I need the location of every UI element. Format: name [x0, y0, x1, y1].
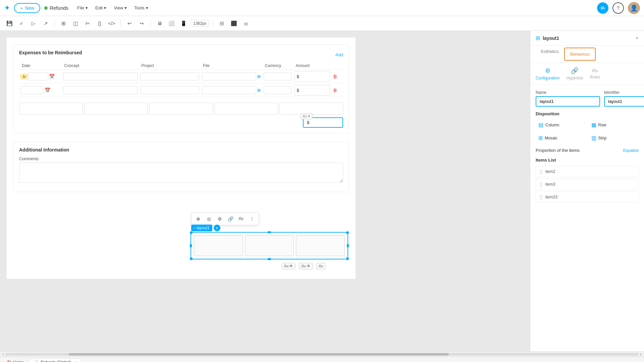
- sub-tabs: ⚙ Configuration 🔗 Hyperlink Rx Rules: [530, 63, 644, 85]
- layout-settings-btn[interactable]: ⚙: [215, 214, 224, 224]
- home-tab[interactable]: 🏠 Home: [3, 359, 28, 362]
- settings-button[interactable]: ⚌: [240, 18, 251, 29]
- id-input[interactable]: [604, 96, 644, 107]
- concept-input-2[interactable]: [63, 86, 138, 94]
- layout-rx-btn[interactable]: Rx: [236, 214, 246, 224]
- curly-button[interactable]: {}: [94, 18, 105, 29]
- empty-cell-5[interactable]: [279, 103, 343, 115]
- list-item-item3[interactable]: ⣿ item3: [536, 179, 639, 190]
- currency-input-2[interactable]: [264, 86, 292, 94]
- tab-close-btn[interactable]: ×: [74, 360, 77, 362]
- subtab-configuration[interactable]: ⚙ Configuration: [536, 67, 559, 80]
- item3-label: item3: [545, 182, 555, 187]
- desktop-button[interactable]: 🖥: [154, 18, 165, 29]
- grid-button[interactable]: ⊟: [216, 18, 227, 29]
- comments-label: Comments: [19, 157, 343, 161]
- menu-file[interactable]: File ▾: [74, 4, 91, 12]
- total-value-input[interactable]: [311, 120, 334, 125]
- export-button[interactable]: ↗: [40, 18, 51, 29]
- redo-button[interactable]: ↪: [136, 18, 147, 29]
- scroll-area[interactable]: ‹ ›: [0, 351, 644, 357]
- handle-tc[interactable]: [268, 231, 271, 233]
- layout-select-btn[interactable]: ◎: [204, 214, 214, 224]
- name-input[interactable]: [536, 96, 600, 107]
- layout-cell-1[interactable]: [194, 235, 243, 256]
- window-button[interactable]: ⬛: [228, 18, 239, 29]
- handle-bc[interactable]: [268, 258, 271, 260]
- layout-move-btn[interactable]: ⊕: [194, 214, 203, 224]
- handle-ml[interactable]: [190, 244, 192, 247]
- user-avatar[interactable]: 👤: [628, 2, 640, 14]
- subtab-rules[interactable]: Rx Rules: [590, 68, 600, 79]
- right-panel-header: ⊞ layout1 ×: [530, 31, 644, 46]
- tablet-h-button[interactable]: ⬜: [166, 18, 177, 29]
- handle-tl[interactable]: [190, 231, 193, 234]
- layers-button[interactable]: ◫: [70, 18, 81, 29]
- play-button[interactable]: ▷: [28, 18, 39, 29]
- column-icon: ▤: [538, 122, 543, 128]
- date-input-1[interactable]: [28, 72, 48, 80]
- list-item-item2[interactable]: ⣿ item2: [536, 166, 639, 177]
- subtab-hyperlink[interactable]: 🔗 Hyperlink: [566, 67, 583, 80]
- add-file-icon-2[interactable]: ⊕: [257, 87, 261, 93]
- disposition-strip[interactable]: ▥ Strip: [589, 133, 639, 143]
- calendar-icon-2[interactable]: 📅: [45, 87, 50, 93]
- selected-layout-container[interactable]: [191, 232, 348, 259]
- list-item-item23[interactable]: ⣿ item23: [536, 191, 639, 203]
- scroll-right-btn[interactable]: ›: [639, 351, 643, 357]
- equalize-btn[interactable]: Equalize: [623, 148, 639, 153]
- check-button[interactable]: ✓: [16, 18, 27, 29]
- add-link[interactable]: Add: [335, 52, 343, 57]
- empty-cell-4[interactable]: [214, 103, 278, 115]
- project-input-1[interactable]: [140, 72, 199, 80]
- disposition-row[interactable]: ▦ Row: [589, 120, 639, 130]
- undo-button[interactable]: ↩: [124, 18, 135, 29]
- help-button[interactable]: ?: [612, 2, 624, 14]
- handle-br[interactable]: [346, 257, 349, 260]
- empty-cell-3[interactable]: [149, 103, 213, 115]
- layout-add-item-btn[interactable]: +: [214, 225, 220, 231]
- layout-more-btn[interactable]: ⋮: [247, 214, 257, 224]
- amount-input-2[interactable]: [300, 86, 320, 94]
- code-button[interactable]: </>: [106, 18, 117, 29]
- empty-cell-2[interactable]: [84, 103, 148, 115]
- delete-btn-2[interactable]: 🗑: [333, 87, 337, 93]
- save-button[interactable]: 💾: [4, 18, 15, 29]
- handle-bl[interactable]: [190, 257, 193, 260]
- layout-name-badge[interactable]: ‹ layout1: [191, 225, 212, 231]
- scroll-left-btn[interactable]: ‹: [1, 351, 5, 357]
- file-input-1[interactable]: [202, 72, 256, 80]
- layout-link-btn[interactable]: 🔗: [226, 214, 235, 224]
- menu-tools[interactable]: Tools ▾: [131, 4, 151, 12]
- tab-behaviour[interactable]: Behaviour: [564, 48, 596, 61]
- menu-edit[interactable]: Edit ▾: [92, 4, 110, 12]
- panel-close-btn[interactable]: ×: [636, 35, 639, 41]
- currency-input-1[interactable]: [264, 72, 292, 80]
- concept-input-1[interactable]: [63, 72, 138, 80]
- amount-input-1[interactable]: [300, 73, 320, 80]
- handle-tr[interactable]: [346, 231, 349, 234]
- components-button[interactable]: ⊞: [58, 18, 69, 29]
- layout-cell-2[interactable]: [245, 235, 294, 256]
- disposition-column[interactable]: ▤ Column: [536, 120, 586, 130]
- scroll-thumb[interactable]: [69, 353, 449, 356]
- comments-textarea[interactable]: [19, 163, 343, 183]
- canvas-area[interactable]: Expenses to be Reimbursed Add Date Conce…: [0, 31, 530, 351]
- add-file-icon-1[interactable]: ⊕: [257, 74, 261, 79]
- empty-cell-1[interactable]: [19, 103, 83, 115]
- date-input-2[interactable]: [20, 86, 44, 94]
- handle-mr[interactable]: [347, 244, 349, 247]
- disposition-mosaic[interactable]: ⊞ Mosaic: [536, 133, 586, 143]
- refunds-tab[interactable]: 📄 Refunds (Global) ×: [29, 358, 81, 362]
- scroll-track[interactable]: [5, 353, 639, 356]
- delete-btn-1[interactable]: 🗑: [333, 74, 337, 79]
- project-input-2[interactable]: [140, 86, 199, 94]
- new-button[interactable]: + + New New: [14, 3, 40, 13]
- filters-button[interactable]: ⊨: [82, 18, 93, 29]
- mobile-button[interactable]: 📱: [178, 18, 189, 29]
- tab-esthetics[interactable]: Esthetics: [536, 46, 564, 63]
- calendar-icon-1[interactable]: 📅: [49, 74, 55, 79]
- file-input-2[interactable]: [202, 86, 256, 94]
- menu-view[interactable]: View ▾: [110, 4, 130, 12]
- layout-cell-3[interactable]: [296, 235, 345, 256]
